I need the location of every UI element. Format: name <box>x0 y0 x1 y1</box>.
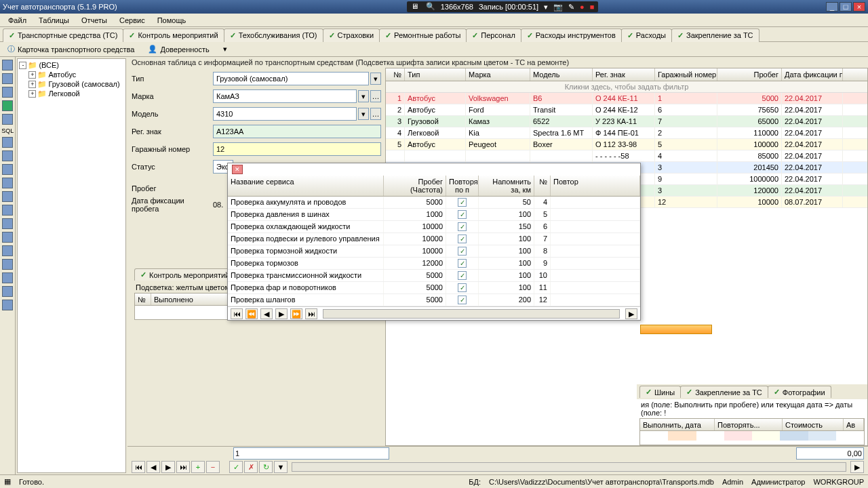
nav-first[interactable]: ⏮ <box>231 308 243 319</box>
checkbox[interactable]: ✓ <box>458 235 467 243</box>
minimize-button[interactable]: _ <box>826 2 838 12</box>
tool-icon[interactable] <box>2 114 13 125</box>
tab-assignment[interactable]: ✓Закрепление за ТС <box>671 28 760 42</box>
field-reg[interactable]: А123АА <box>213 125 381 138</box>
tool-icon[interactable] <box>2 150 13 161</box>
service-row[interactable]: Проверка аккумулята и проводов5000✓504 <box>228 197 640 209</box>
col-frequency[interactable]: Пробег (Частота) <box>384 176 446 196</box>
tab-control[interactable]: ✓Контроль мероприятий <box>123 28 224 42</box>
tool-icon[interactable] <box>2 60 13 70</box>
tool-icon[interactable] <box>2 259 13 270</box>
tab-control-lower[interactable]: ✓Контроль мероприятий <box>134 268 235 281</box>
tool-icon[interactable] <box>2 232 13 243</box>
tool-icon[interactable] <box>2 100 13 111</box>
tab-tires[interactable]: ✓Шины <box>639 386 681 398</box>
tool-icon[interactable] <box>2 87 13 98</box>
tool-icon[interactable] <box>2 137 13 148</box>
checkbox[interactable]: ✓ <box>458 198 467 207</box>
h-scrollbar[interactable] <box>292 462 846 472</box>
col-type[interactable]: Тип <box>405 68 466 81</box>
col-model[interactable]: Модель <box>530 68 593 81</box>
col-no[interactable]: № <box>534 176 551 196</box>
checkbox[interactable]: ✓ <box>458 296 467 304</box>
menu-file[interactable]: Файл <box>3 15 32 26</box>
dropdown-icon[interactable]: ▾ <box>370 73 381 85</box>
col-date[interactable]: Дата фиксации пр <box>782 68 843 81</box>
stop-icon[interactable]: ■ <box>590 3 595 11</box>
tab-photos[interactable]: ✓Фотографии <box>768 386 831 398</box>
tree-item-car[interactable]: +📁Легковой <box>19 89 124 98</box>
record-icon[interactable]: ● <box>580 3 585 11</box>
tab-vehicles[interactable]: ✓Транспортные средства (ТС) <box>3 28 123 42</box>
nav-last[interactable]: ⏭ <box>176 461 190 473</box>
collapse-icon[interactable]: - <box>19 62 26 69</box>
nav-first[interactable]: ⏮ <box>132 461 145 473</box>
tab-maintenance[interactable]: ✓Техобслуживания (ТО) <box>224 28 323 42</box>
tool-icon[interactable] <box>2 286 13 297</box>
col-garage[interactable]: Гаражный номер <box>655 68 717 81</box>
tree-item-truck[interactable]: +📁Грузовой (самосвал) <box>19 79 124 89</box>
checkbox[interactable]: ✓ <box>458 259 467 268</box>
refresh-button[interactable]: ↻ <box>259 461 273 473</box>
popup-scrollbar[interactable] <box>323 309 620 319</box>
add-button[interactable]: + <box>191 461 205 473</box>
vehicle-card-button[interactable]: ⓘКарточка транспортного средства <box>3 42 139 56</box>
dropdown-icon[interactable]: ▾ <box>358 90 369 102</box>
tool-icon[interactable] <box>2 245 13 256</box>
expand-icon[interactable]: + <box>28 81 36 88</box>
scroll-right[interactable]: ▶ <box>850 461 864 473</box>
tool-icon[interactable] <box>2 300 13 310</box>
table-row[interactable]: 5АвтобусPeugeotBoxerО 112 33-98510000022… <box>386 139 867 150</box>
tab-repairs[interactable]: ✓Ремонтные работы <box>379 28 467 42</box>
tab-expenses[interactable]: ✓Расходы <box>621 28 672 42</box>
dropdown-button[interactable]: ▾ <box>218 43 232 56</box>
table-row[interactable]: 3ГрузовойКамаз6522У 223 КА-1176500022.04… <box>386 116 867 127</box>
service-row[interactable]: Проверка давления в шинах1000✓1005 <box>228 209 640 221</box>
checkbox[interactable]: ✓ <box>458 247 467 256</box>
tree-item-bus[interactable]: +📁Автобус <box>19 70 124 79</box>
menu-service[interactable]: Сервис <box>114 15 151 26</box>
field-garage[interactable]: 12 <box>213 142 381 156</box>
nav-next-page[interactable]: ⏩ <box>290 308 302 319</box>
accept-button[interactable]: ✓ <box>229 461 243 473</box>
camera-icon[interactable]: 📷 <box>553 3 563 12</box>
service-row[interactable]: Проверка фар и поворотников5000✓10011 <box>228 282 640 294</box>
close-button[interactable]: × <box>853 2 865 12</box>
nav-prev-page[interactable]: ⏪ <box>245 308 258 319</box>
col-service-name[interactable]: Название сервиса <box>228 176 384 196</box>
tab-assignment-lower[interactable]: ✓Закрепление за ТС <box>680 386 768 398</box>
checkbox[interactable]: ✓ <box>458 271 467 280</box>
expand-icon[interactable]: + <box>28 90 36 98</box>
col-reg[interactable]: Рег. знак <box>593 68 655 81</box>
tool-icon[interactable] <box>2 73 13 84</box>
tab-personnel[interactable]: ✓Персонал <box>466 28 521 42</box>
ellipsis-button[interactable]: … <box>370 108 381 120</box>
tab-insurance[interactable]: ✓Страховки <box>323 28 380 42</box>
table-row[interactable]: - - - - - -5848500022.04.2017 <box>386 150 867 162</box>
checkbox[interactable]: ✓ <box>458 210 467 219</box>
sql-label[interactable]: SQL <box>1 127 14 134</box>
col-num[interactable]: № <box>386 68 405 81</box>
table-row[interactable]: 4ЛегковойKiaSpectra 1.6 MTФ 144 ПЕ-01211… <box>386 127 867 139</box>
col-remind[interactable]: Напомнить за, км <box>479 176 534 196</box>
service-row[interactable]: Проверка подвески и рулевого управления1… <box>228 233 640 245</box>
table-row[interactable]: 2АвтобусFordTransitО 244 КЕ-1267565022.0… <box>386 104 867 116</box>
remove-button[interactable]: − <box>206 461 220 473</box>
nav-next[interactable]: ▶ <box>161 461 175 473</box>
checkbox[interactable]: ✓ <box>458 222 467 231</box>
tool-icon[interactable] <box>2 191 13 202</box>
field-brand[interactable]: КамАЗ <box>213 89 357 103</box>
pencil-icon[interactable]: ✎ <box>568 3 574 12</box>
tool-icon[interactable] <box>2 272 13 283</box>
dropdown-icon[interactable]: ▾ <box>544 3 548 12</box>
col-brand[interactable]: Марка <box>466 68 530 81</box>
tool-icon[interactable] <box>2 164 13 175</box>
menu-help[interactable]: Помощь <box>152 15 192 26</box>
filter-row[interactable]: Кликни здесь, чтобы задать фильтр <box>386 81 867 93</box>
nav-prev[interactable]: ◀ <box>146 461 160 473</box>
col-mileage[interactable]: Пробег <box>717 68 782 81</box>
tab-tool-expenses[interactable]: ✓Расходы инструментов <box>521 28 622 42</box>
nav-next[interactable]: ▶ <box>275 308 288 319</box>
tool-icon[interactable] <box>2 218 13 229</box>
tree-item-all[interactable]: -📁(ВСЕ) <box>19 60 124 70</box>
